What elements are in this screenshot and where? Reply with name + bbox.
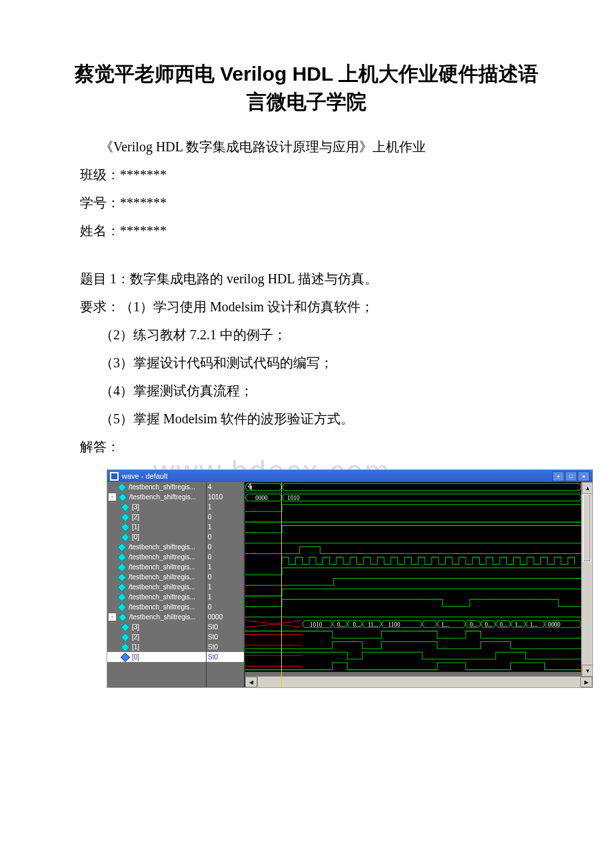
signal-name-label: [1] (132, 643, 139, 651)
signal-row[interactable]: /testbench_shiftregis... (107, 542, 206, 552)
scroll-up-icon[interactable]: ▲ (582, 482, 592, 494)
wave-titlebar[interactable]: wave - default ＋ □ × (107, 470, 592, 482)
page-title: 蔡觉平老师西电 Verilog HDL 上机大作业硬件描述语言微电子学院 (73, 60, 540, 116)
signal-name-label: /testbench_shiftregis... (129, 543, 195, 551)
horizontal-scrollbar[interactable]: ◀ ▶ (245, 676, 592, 687)
signal-diamond-icon (117, 592, 127, 601)
signal-row[interactable]: [0] (107, 652, 206, 662)
wave-svg: 40000101010100...0...11...11001...0...0.… (245, 482, 592, 687)
signal-diamond-icon (118, 492, 127, 501)
signal-diamond-icon (117, 542, 127, 551)
svg-text:1...: 1... (530, 621, 537, 628)
signal-diamond-icon (117, 482, 127, 491)
signal-value-cell[interactable]: 0 (207, 572, 244, 582)
signal-diamond-icon (121, 502, 130, 511)
scroll-right-icon[interactable]: ▶ (580, 677, 592, 687)
signal-row[interactable]: [3] (107, 502, 206, 512)
close-button[interactable]: × (578, 471, 590, 481)
signal-row[interactable]: [1] (107, 522, 206, 532)
dock-button[interactable]: ＋ (552, 471, 564, 481)
svg-text:1010: 1010 (310, 621, 322, 628)
svg-text:0...: 0... (485, 621, 492, 628)
signal-value-cell[interactable]: 1 (207, 592, 244, 602)
signal-value-cell[interactable]: 0 (207, 552, 244, 562)
svg-text:0...: 0... (470, 621, 477, 628)
signal-row[interactable]: /testbench_shiltregis... (107, 562, 206, 572)
signal-value-cell[interactable]: 0 (207, 512, 244, 522)
signal-value-cell[interactable]: 1 (207, 582, 244, 592)
signal-diamond-icon (121, 622, 130, 631)
signal-name-label: /testbench_shiltregis... (129, 603, 195, 611)
svg-text:0...: 0... (337, 621, 344, 628)
signal-value-cell[interactable]: 0 (207, 542, 244, 552)
signal-row[interactable]: [0] (107, 532, 206, 542)
signal-value-cell[interactable]: 4 (207, 482, 244, 492)
svg-text:0...: 0... (500, 621, 507, 628)
signal-value-cell[interactable]: St0 (207, 652, 244, 662)
signal-row[interactable]: /testbench_shiftregis... (107, 482, 206, 492)
signal-row[interactable]: [1] (107, 642, 206, 652)
tree-toggle-icon[interactable]: - (109, 613, 116, 621)
svg-text:1...: 1... (515, 621, 522, 628)
signal-value-cell[interactable]: 0 (207, 602, 244, 612)
signal-row[interactable]: /testbench_shiltregis... (107, 602, 206, 612)
signal-row[interactable]: -/testbench_shiltregis... (107, 612, 206, 622)
signal-name-label: /testbench_shiltregis... (129, 553, 195, 561)
svg-text:11...: 11... (368, 621, 378, 628)
requirement-3: （3）掌握设计代码和测试代码的编写； (73, 349, 540, 376)
signal-diamond-icon (121, 512, 130, 521)
requirement-2: （2）练习教材 7.2.1 中的例子； (73, 321, 540, 348)
signal-row[interactable]: [2] (107, 512, 206, 522)
signal-name-label: [2] (132, 633, 139, 641)
maximize-button[interactable]: □ (565, 471, 577, 481)
signal-row[interactable]: /testbench_shiltregis... (107, 552, 206, 562)
signal-value-cell[interactable]: 0000 (207, 612, 244, 622)
signal-name-label: /testbench_shiftregis... (129, 593, 195, 601)
requirement-4: （4）掌握测试仿真流程； (73, 377, 540, 404)
signal-value-cell[interactable]: 1 (207, 502, 244, 512)
signal-name-label: [3] (132, 623, 139, 631)
scroll-down-icon[interactable]: ▼ (582, 665, 592, 677)
signal-diamond-icon (118, 612, 127, 621)
signal-value-cell[interactable]: 0 (207, 532, 244, 542)
scroll-thumb[interactable] (583, 494, 591, 562)
field-class: 班级：******* (73, 161, 540, 188)
wave-app-icon (110, 472, 119, 481)
signal-value-cell[interactable]: St0 (207, 622, 244, 632)
scroll-left-icon[interactable]: ◀ (245, 677, 257, 687)
scroll-track[interactable] (257, 677, 580, 687)
signal-row[interactable]: -/testbench_shiftregis... (107, 492, 206, 502)
signal-value-cell[interactable]: St0 (207, 632, 244, 642)
signal-name-label: [2] (132, 513, 139, 521)
signal-diamond-icon (117, 582, 127, 591)
requirement-5: （5）掌握 Modelsim 软件的波形验证方式。 (73, 405, 540, 432)
wave-title: wave - default (122, 472, 552, 480)
subheading: 《Verilog HDL 数字集成电路设计原理与应用》上机作业 (73, 133, 540, 160)
signal-diamond-icon (121, 532, 130, 541)
signal-name-label: /testbench_shiltregis... (129, 563, 195, 571)
signal-name-label: [1] (132, 523, 139, 531)
signal-row[interactable]: [3] (107, 622, 206, 632)
wave-window: wave - default ＋ □ × /testbench_shiftreg… (107, 469, 593, 688)
signal-name-label: /testbench_shiftregis... (129, 483, 195, 491)
signal-row[interactable]: /testbench_shiltregis... (107, 572, 206, 582)
signal-diamond-icon (121, 522, 130, 531)
signal-value-cell[interactable]: 1010 (207, 492, 244, 502)
signal-name-label: /testbench_shiltregis... (129, 583, 195, 591)
field-student-id: 学号：******* (73, 189, 540, 216)
signal-row[interactable]: [2] (107, 632, 206, 642)
signal-value-cell[interactable]: 1 (207, 562, 244, 572)
signal-value-cell[interactable]: St0 (207, 642, 244, 652)
signal-row[interactable]: /testbench_shiftregis... (107, 592, 206, 602)
signal-row[interactable]: /testbench_shiltregis... (107, 582, 206, 592)
wave-canvas[interactable]: 4 40000101010100...0...11...11001...0...… (245, 482, 592, 687)
signal-name-column[interactable]: /testbench_shiftregis...-/testbench_shif… (107, 482, 207, 687)
signal-value-column[interactable]: 41010101000101100000St0St0St0St0 (207, 482, 245, 687)
signal-value-cell[interactable]: 1 (207, 522, 244, 532)
wave-cursor[interactable] (281, 482, 282, 687)
ruler-tick-label: 4 (248, 483, 252, 490)
vertical-scrollbar[interactable]: ▲ ▼ (581, 482, 592, 677)
signal-name-label: /testbench_shiltregis... (129, 573, 195, 581)
tree-toggle-icon[interactable]: - (109, 493, 116, 501)
svg-text:1100: 1100 (388, 621, 400, 628)
